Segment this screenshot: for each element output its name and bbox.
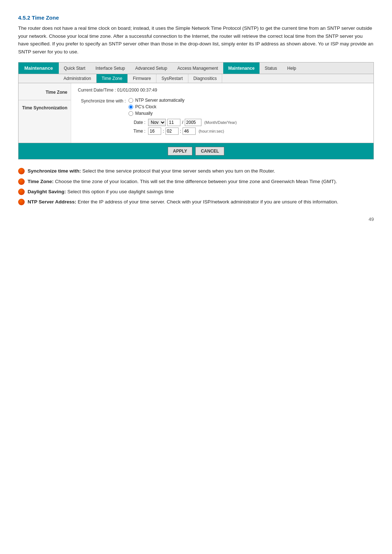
time-hint: (hour:min:sec) [199, 129, 224, 133]
sidebar-item-time-sync: Time Synchronization [19, 102, 71, 113]
sub-nav: Administration Time Zone Firmware SysRes… [19, 74, 373, 83]
top-nav-quick-start[interactable]: Quick Start [59, 62, 90, 74]
desc-item-daylight: Daylight Saving: Select this option if y… [18, 188, 374, 195]
radio-manually[interactable]: Manually [128, 111, 184, 116]
desc-text-timezone: Time Zone: Choose the time zone of your … [28, 178, 374, 185]
month-select[interactable]: Nov JanFebMar AprMayJun JulAugSep OctDec [148, 119, 166, 126]
desc-item-sync: Synchronize time with: Select the time s… [18, 167, 374, 175]
sync-section: Synchronize time with : NTP Server autom… [78, 98, 367, 135]
current-datetime: Current Date/Time : 01/01/2000 00:37:49 [78, 88, 367, 93]
apply-button[interactable]: APPLY [168, 147, 193, 155]
sidebar: Time Zone Time Synchronization [19, 83, 71, 143]
desc-item-ntp: NTP Server Address: Enter the IP address… [18, 198, 374, 206]
current-datetime-value: 01/01/2000 00:37:49 [117, 88, 157, 93]
sub-nav-diagnostics[interactable]: Diagnositics [188, 74, 222, 83]
main-content: Current Date/Time : 01/01/2000 00:37:49 … [71, 83, 373, 143]
desc-body-sync2: Select the time service protocol that yo… [82, 168, 275, 174]
top-nav-help[interactable]: Help [282, 62, 301, 74]
time-colon2: : [180, 129, 181, 134]
sub-nav-administration[interactable]: Administration [58, 74, 97, 83]
desc-list: Synchronize time with: Select the time s… [18, 167, 374, 206]
router-panel: Maintenance Quick Start Interface Setup … [18, 62, 374, 159]
time-colon1: : [163, 129, 164, 134]
cancel-button[interactable]: CANCEL [195, 147, 224, 155]
top-nav-items: Quick Start Interface Setup Advanced Set… [59, 62, 373, 74]
panel-footer: APPLY CANCEL [19, 143, 373, 159]
radio-pc[interactable]: PC's Clock [128, 104, 184, 109]
desc-item-timezone: Time Zone: Choose the time zone of your … [18, 178, 374, 185]
radio-pc-label: PC's Clock [135, 104, 156, 109]
radio-manually-label: Manually [135, 111, 152, 116]
desc-text-sync: Synchronize time with: Select the time s… [28, 167, 374, 175]
desc-text-daylight: Daylight Saving: Select this option if y… [28, 188, 374, 195]
desc-body-daylight2: Select this option if you use daylight s… [68, 189, 174, 194]
top-nav-left-label: Maintenance [19, 62, 59, 74]
date-day-input[interactable] [167, 119, 180, 126]
desc-text-ntp: NTP Server Address: Enter the IP address… [28, 198, 374, 206]
time-row: Time : : : (hour:min:sec) [128, 128, 367, 135]
top-nav-maintenance[interactable]: Maintenance [223, 62, 260, 74]
section-title: 4.5.2 Time Zone [18, 15, 374, 21]
bullet-icon-timezone [18, 178, 25, 185]
radio-ntp-label: NTP Server automatically [135, 98, 184, 103]
current-datetime-label: Current Date/Time : [78, 88, 116, 93]
desc-term-ntp: NTP Server Address: [28, 199, 76, 205]
top-nav-access-management[interactable]: Access Management [172, 62, 223, 74]
top-nav: Maintenance Quick Start Interface Setup … [19, 62, 373, 74]
desc-body-timezone2: Choose the time zone of your location. T… [55, 179, 337, 184]
top-nav-advanced-setup[interactable]: Advanced Setup [130, 62, 172, 74]
bullet-icon-daylight [18, 189, 25, 195]
time-sec-input[interactable] [183, 128, 196, 135]
section-description: The router does not have a real time clo… [18, 24, 374, 56]
radio-pc-input[interactable] [128, 105, 133, 109]
top-nav-interface-setup[interactable]: Interface Setup [90, 62, 130, 74]
time-min-input[interactable] [166, 128, 179, 135]
sub-nav-time-zone[interactable]: Time Zone [97, 74, 128, 83]
date-slash1: / [182, 120, 183, 125]
content-area: Time Zone Time Synchronization Current D… [19, 83, 373, 143]
date-label: Date : [128, 120, 147, 125]
sub-nav-sysrestart[interactable]: SysRestart [156, 74, 188, 83]
sidebar-item-time-zone: Time Zone [19, 87, 71, 98]
sync-label: Synchronize time with : [78, 98, 128, 104]
top-nav-status[interactable]: Status [260, 62, 282, 74]
date-row: Date : Nov JanFebMar AprMayJun JulAugSep… [128, 119, 367, 126]
radio-manual-input[interactable] [128, 111, 133, 116]
sub-nav-firmware[interactable]: Firmware [128, 74, 156, 83]
radio-ntp-input[interactable] [128, 98, 133, 103]
desc-term-daylight: Daylight Saving: [28, 189, 66, 194]
desc-term-sync: Synchronize time with: [28, 168, 81, 174]
date-year-input[interactable] [185, 119, 201, 126]
page-number: 49 [18, 217, 374, 222]
bullet-icon-sync [18, 168, 25, 174]
desc-body-ntp2: Enter the IP address of your time server… [78, 199, 338, 205]
date-hint: (Month/Date/Year) [204, 120, 237, 125]
radio-options: NTP Server automatically PC's Clock Manu… [128, 98, 184, 116]
bullet-icon-ntp [18, 199, 25, 205]
radio-ntp[interactable]: NTP Server automatically [128, 98, 184, 103]
sync-row: Synchronize time with : NTP Server autom… [78, 98, 367, 116]
time-hour-input[interactable] [148, 128, 161, 135]
time-label: Time : [128, 129, 147, 134]
desc-term-timezone: Time Zone: [28, 179, 54, 184]
